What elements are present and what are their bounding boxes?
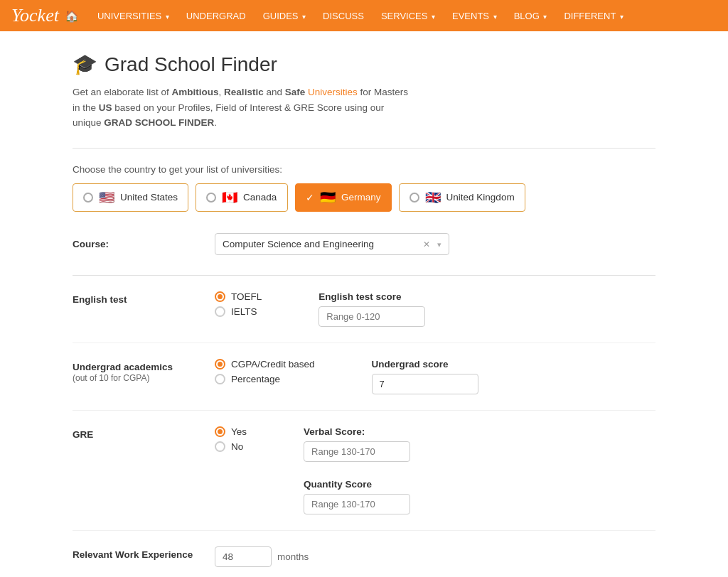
main-content: 🎓 Grad School Finder Get an elaborate li… (58, 53, 670, 577)
flag-us: 🇺🇸 (99, 190, 114, 205)
course-select-wrapper: Computer Science and Engineering ✕ ▾ (215, 233, 449, 255)
country-us[interactable]: 🇺🇸 United States (73, 183, 188, 212)
country-section-label: Choose the country to get your list of u… (73, 164, 655, 175)
nav-universities[interactable]: UNIVERSITIES ▾ (90, 2, 176, 30)
radio-ca (206, 193, 216, 203)
course-row: Course: Computer Science and Engineering… (73, 233, 655, 255)
radio-cgpa[interactable]: CGPA/Credit based (215, 359, 315, 370)
gre-options: Yes No (215, 426, 247, 452)
radio-ielts[interactable]: IELTS (215, 306, 262, 317)
quantity-score-input[interactable] (304, 494, 410, 514)
english-test-options: TOEFL IELTS (215, 291, 262, 317)
undergrad-score-input[interactable] (372, 374, 478, 394)
radio-ielts-label: IELTS (231, 306, 257, 317)
gre-label: GRE (73, 426, 215, 440)
work-experience-row: Relevant Work Experience months (73, 546, 655, 577)
months-label: months (277, 551, 309, 562)
gre-row: GRE Yes No Verbal Score: Quantity Score (73, 426, 655, 531)
country-grid: 🇺🇸 United States 🇨🇦 Canada ✓ 🇩🇪 Germany … (73, 183, 655, 212)
english-score-input[interactable] (318, 306, 425, 327)
radio-gre-no-dot (215, 441, 225, 452)
radio-gre-no-label: No (231, 441, 243, 452)
radio-cgpa-dot (215, 359, 225, 370)
nav-services[interactable]: SERVICES ▾ (374, 2, 442, 30)
course-clear-icon[interactable]: ✕ (423, 239, 430, 249)
home-icon[interactable]: 🏠 (65, 9, 79, 23)
work-experience-controls: months (215, 546, 309, 567)
nav-discuss[interactable]: DISCUSS (316, 2, 371, 30)
english-score-section: English test score (318, 291, 446, 327)
course-value: Computer Science and Engineering (223, 239, 374, 249)
english-test-controls: TOEFL IELTS English test score (215, 291, 446, 327)
undergrad-score-label: Undergrad score (372, 359, 500, 370)
radio-percentage[interactable]: Percentage (215, 374, 315, 384)
radio-percentage-label: Percentage (231, 374, 280, 384)
radio-percentage-dot (215, 374, 225, 384)
country-uk[interactable]: 🇬🇧 United Kingdom (399, 183, 525, 212)
label-us: United States (120, 192, 178, 203)
english-score-label: English test score (318, 291, 446, 302)
radio-uk (410, 193, 419, 203)
divider2 (73, 275, 655, 276)
nav-undergrad[interactable]: UNDERGRAD (179, 2, 253, 30)
page-title-section: 🎓 Grad School Finder (73, 53, 655, 76)
undergrad-controls: CGPA/Credit based Percentage Undergrad s… (215, 359, 500, 394)
undergrad-score-section: Undergrad score (372, 359, 500, 394)
undergrad-options: CGPA/Credit based Percentage (215, 359, 315, 384)
navbar: Yocket 🏠 UNIVERSITIES ▾ UNDERGRAD GUIDES… (0, 0, 728, 31)
work-experience-input[interactable] (215, 546, 272, 567)
radio-gre-yes[interactable]: Yes (215, 426, 247, 437)
label-uk: United Kingdom (446, 192, 515, 203)
radio-cgpa-label: CGPA/Credit based (231, 359, 315, 370)
course-select[interactable]: Computer Science and Engineering ✕ ▾ (215, 233, 449, 255)
nav-events[interactable]: EVENTS ▾ (445, 2, 504, 30)
quantity-score-label: Quantity Score (304, 479, 432, 490)
nav-different[interactable]: DIFFERENT ▾ (557, 2, 630, 30)
flag-uk: 🇬🇧 (425, 190, 441, 205)
english-test-label: English test (73, 291, 215, 305)
undergrad-label: Undergrad academics (out of 10 for CGPA) (73, 359, 215, 383)
radio-ielts-dot (215, 306, 225, 317)
verbal-score-input[interactable] (304, 441, 410, 462)
english-test-row: English test TOEFL IELTS English test sc… (73, 291, 655, 343)
radio-gre-yes-dot (215, 426, 225, 437)
radio-gre-no[interactable]: No (215, 441, 247, 452)
undergrad-row: Undergrad academics (out of 10 for CGPA)… (73, 359, 655, 411)
check-de: ✓ (306, 192, 314, 203)
radio-toefl-dot (215, 291, 225, 302)
gre-controls: Yes No Verbal Score: Quantity Score (215, 426, 432, 514)
brand-logo[interactable]: Yocket (11, 5, 59, 26)
label-ca: Canada (243, 192, 277, 203)
work-experience-label: Relevant Work Experience (73, 546, 215, 560)
radio-us (83, 193, 93, 203)
gre-score-section: Verbal Score: Quantity Score (304, 426, 432, 514)
nav-blog[interactable]: BLOG ▾ (507, 2, 555, 30)
nav-guides[interactable]: GUIDES ▾ (256, 2, 313, 30)
nav-links: UNIVERSITIES ▾ UNDERGRAD GUIDES ▾ DISCUS… (90, 2, 631, 30)
divider (73, 148, 655, 149)
flag-de: 🇩🇪 (320, 190, 336, 205)
country-ca[interactable]: 🇨🇦 Canada (196, 183, 288, 212)
radio-toefl[interactable]: TOEFL (215, 291, 262, 302)
country-de[interactable]: ✓ 🇩🇪 Germany (295, 183, 392, 212)
page-subtitle: Get an elaborate list of Ambitious, Real… (73, 85, 414, 131)
flag-ca: 🇨🇦 (222, 190, 237, 205)
radio-toefl-label: TOEFL (231, 291, 262, 302)
course-label: Course: (73, 239, 215, 249)
graduation-cap-icon: 🎓 (73, 53, 97, 76)
label-de: Germany (341, 192, 381, 203)
page-title: Grad School Finder (105, 53, 277, 76)
radio-gre-yes-label: Yes (231, 426, 247, 437)
verbal-score-label: Verbal Score: (304, 426, 432, 437)
course-dropdown-icon[interactable]: ▾ (437, 240, 441, 249)
